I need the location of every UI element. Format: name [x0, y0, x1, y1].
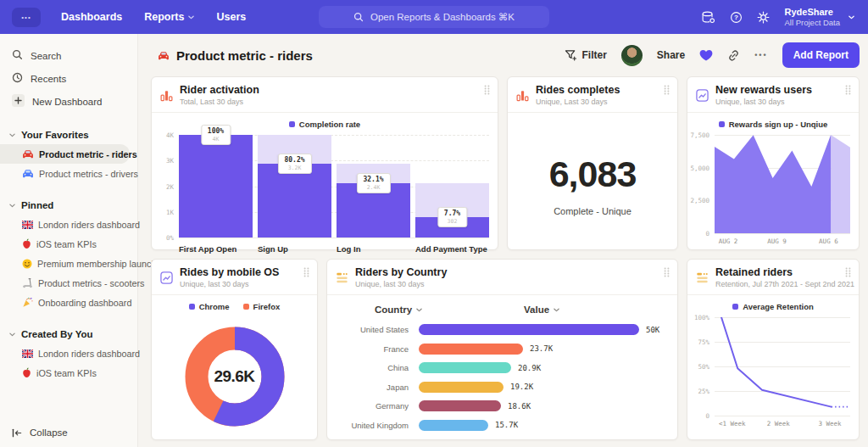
funnel-step-bar[interactable]: 80.2%3.2K	[258, 135, 331, 237]
y-axis-tick: 75%	[698, 338, 709, 346]
bars-orange-icon	[516, 89, 529, 102]
card-subtitle: Unique, Last 30 days	[536, 98, 620, 106]
global-search[interactable]: Open Reports & Dashboards ⌘K	[319, 6, 549, 28]
sidebar-item-premium-membership-launch[interactable]: Premium membership launch	[0, 254, 137, 273]
x-axis-label: Add Payment Type	[415, 244, 489, 254]
sidebar-item-label: London riders dashboard	[38, 220, 140, 230]
country-value: 18.6K	[508, 402, 531, 411]
search-white-icon	[353, 12, 364, 22]
country-bar	[419, 344, 523, 355]
settings-icon[interactable]	[757, 11, 770, 24]
donut-legend: ChromeFirefox	[152, 295, 317, 314]
menu-item-users[interactable]: Users	[216, 11, 246, 23]
card-riders-by-country: Riders by Country Unique, last 30 days C…	[326, 259, 678, 440]
chevron-down-icon	[416, 308, 422, 312]
funnel-step-bar[interactable]: 32.1%2.4K	[337, 135, 410, 237]
share-button[interactable]: Share	[657, 49, 685, 61]
drag-handle-icon[interactable]	[303, 267, 309, 277]
heart-icon	[699, 49, 713, 61]
more-options-button[interactable]: •••	[754, 51, 767, 59]
menu-item-label: Reports	[144, 11, 184, 23]
country-row[interactable]: France23.7K	[337, 341, 667, 357]
page-header: Product metric - riders Filter Share •••…	[158, 42, 860, 69]
sidebar-item-london-riders-dashboard[interactable]: London riders dashboard	[0, 215, 137, 234]
card-rides-by-mobile-os: Rides by mobile OS Unique, last 30 days …	[151, 259, 318, 440]
chevron-down-icon	[9, 332, 15, 337]
funnel-label: 100%4K	[201, 125, 231, 145]
menu-item-dashboards[interactable]: Dashboards	[61, 11, 122, 23]
country-value: 19.2K	[510, 383, 533, 391]
funnel-label-value: 2.4K	[363, 184, 383, 191]
main-menu: DashboardsReportsUsers	[61, 11, 246, 23]
drag-handle-icon[interactable]	[664, 267, 670, 277]
legend-item: Average Retention	[732, 302, 814, 311]
country-label: Germany	[337, 401, 419, 411]
favorite-heart-icon[interactable]	[699, 49, 713, 61]
funnel-step-bar[interactable]: 7.7%302	[415, 135, 489, 237]
sidebar-recents[interactable]: Recents	[0, 67, 137, 90]
add-report-button[interactable]: Add Report	[782, 42, 860, 68]
sidebar-section-header[interactable]: Pinned	[0, 196, 137, 215]
sidebar-item-ios-team-kpis[interactable]: iOS team KPIs	[0, 234, 137, 254]
country-value: 23.7K	[530, 344, 553, 353]
country-row[interactable]: United States50K	[337, 321, 667, 338]
country-row[interactable]: Japan19.2K	[337, 379, 667, 395]
country-column-header[interactable]: Country	[375, 305, 422, 315]
card-subtitle: Unique, last 30 days	[180, 280, 279, 288]
sidebar: SearchRecentsNew Dashboard Your Favorite…	[0, 34, 138, 447]
sidebar-item-product-metric-riders[interactable]: Product metric - riders	[0, 144, 130, 164]
funnel-label-value: 302	[444, 218, 460, 225]
sidebar-item-product-metrics-drivers[interactable]: Product metrics - drivers	[0, 164, 137, 183]
sidebar-item-label: Recents	[31, 74, 66, 84]
card-subtitle: Retention, Jul 27th 2021 - Sept 2nd 2021	[715, 280, 854, 288]
user-avatar[interactable]	[621, 45, 643, 66]
help-icon[interactable]: ?	[730, 11, 743, 24]
country-row[interactable]: China20.9K	[337, 360, 667, 376]
sidebar-section-title: Your Favorites	[21, 130, 89, 140]
legend-swatch	[719, 121, 725, 127]
filter-button[interactable]: Filter	[565, 49, 607, 61]
sidebar-search[interactable]: Search	[0, 44, 137, 67]
sidebar-section-header[interactable]: Your Favorites	[0, 126, 137, 144]
card-title: New rewards users	[715, 84, 812, 96]
sidebar-item-ios-team-kpis[interactable]: iOS team KPIs	[0, 363, 137, 383]
country-row[interactable]: United Kingdom15.7K	[337, 417, 667, 433]
value-column-header[interactable]: Value	[524, 305, 559, 315]
workspace-switcher[interactable]: RydeShare All Project Data	[785, 7, 854, 28]
sidebar-item-london-riders-dashboard[interactable]: London riders dashboard	[0, 344, 137, 363]
country-label: France	[337, 344, 419, 354]
donut-center-value: 29.6K	[182, 324, 287, 429]
drag-handle-icon[interactable]	[845, 85, 851, 95]
filter-icon	[565, 49, 577, 61]
funnel-label-value: 3.2K	[284, 165, 304, 171]
drag-handle-icon[interactable]	[664, 85, 670, 95]
menu-item-reports[interactable]: Reports	[144, 11, 194, 23]
donut-chart[interactable]: 29.6K	[182, 324, 287, 429]
country-row[interactable]: Germany18.6K	[337, 398, 667, 414]
sidebar-item-product-metrics-scooters[interactable]: Product metrics - scooters	[0, 273, 137, 293]
copy-link-icon[interactable]	[727, 49, 740, 62]
country-label: United States	[337, 325, 419, 334]
funnel-columns: 100%4K80.2%3.2K32.1%2.4K7.7%302	[179, 135, 489, 237]
collapse-button[interactable]: Collapse	[12, 427, 68, 438]
legend-item: Completion rate	[289, 120, 360, 129]
x-axis-tick: 3 Week	[818, 420, 841, 427]
drag-handle-icon[interactable]	[845, 267, 851, 277]
data-source-icon[interactable]	[701, 11, 715, 24]
apple-icon	[22, 238, 31, 249]
funnel-step-bar[interactable]: 100%4K	[179, 135, 253, 237]
sidebar-section-header[interactable]: Created By You	[0, 325, 137, 344]
sidebar-item-onboarding-dashboard[interactable]: Onboarding dashboard	[0, 293, 137, 312]
country-bar	[419, 420, 488, 431]
legend-item: Rewards sign up - Unqiue	[719, 120, 828, 129]
y-axis-tick: 2,500	[690, 197, 709, 204]
app-logo[interactable]: •••	[12, 8, 41, 27]
legend-swatch	[289, 121, 295, 127]
sidebar-new-dashboard[interactable]: New Dashboard	[0, 90, 137, 113]
app-root: ••• DashboardsReportsUsers Open Reports …	[0, 0, 868, 447]
sidebar-item-label: Product metric - riders	[39, 149, 137, 159]
y-axis-tick: 0	[705, 230, 709, 237]
country-bar	[419, 382, 504, 393]
drag-handle-icon[interactable]	[484, 85, 490, 95]
legend-swatch	[732, 304, 738, 310]
